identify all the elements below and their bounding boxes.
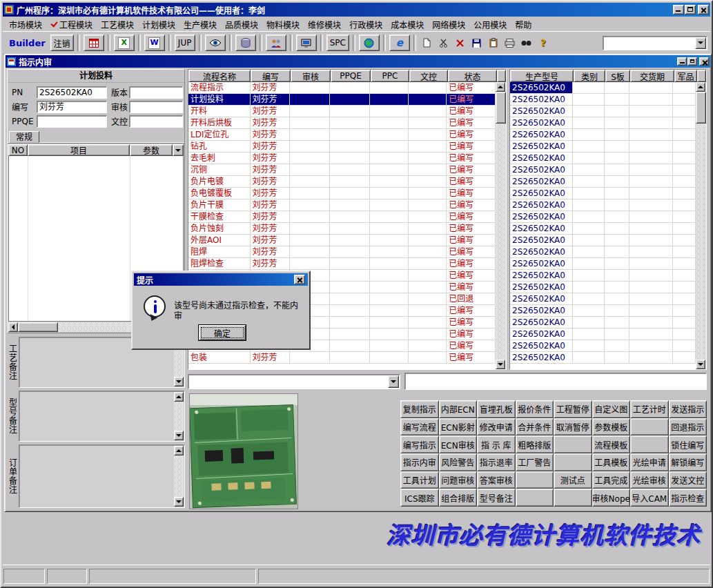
action-button-r6c2[interactable]: 组合排版 <box>439 489 478 507</box>
param-grid-header-2[interactable]: 项目 <box>28 144 130 156</box>
process-row-4[interactable]: 开料后烘板刘芬芳已编写 <box>188 117 496 129</box>
action-button-r2c1[interactable]: 编写流程 <box>400 418 439 436</box>
computer-button[interactable] <box>296 35 317 51</box>
model-row-6[interactable]: 2S26502KA0 <box>510 141 696 153</box>
menu-item-4[interactable]: 计划模块 <box>138 17 179 32</box>
process-col-header-1[interactable]: 流程名称 <box>188 70 251 82</box>
model-row-23[interactable]: 2S26502KA0 <box>510 340 696 352</box>
child-maximize-button[interactable] <box>687 57 697 66</box>
process-col-header-6[interactable]: 文控 <box>409 70 448 82</box>
param-grid-header-3[interactable]: 参数 <box>130 144 173 156</box>
maximize-button[interactable] <box>685 5 696 14</box>
model-row-18[interactable]: 2S26502KA0 <box>510 282 696 293</box>
scroll-left-icon[interactable] <box>8 322 18 332</box>
scrollbar-thumb[interactable] <box>696 92 706 124</box>
menu-item-6[interactable]: 品质模块 <box>221 17 262 32</box>
cut-button[interactable] <box>436 35 451 51</box>
process-row-13[interactable]: 负片蚀刻刘芬芳已编写 <box>188 223 496 235</box>
process-row-8[interactable]: 沉铜刘芬芳已编写 <box>188 164 496 176</box>
menu-item-11[interactable]: 网络模块 <box>428 17 469 32</box>
action-button-r2c3[interactable]: 修改申请 <box>477 418 516 436</box>
action-button-r2c5[interactable]: 取消暂停 <box>554 418 592 436</box>
menu-item-1[interactable]: 市场模块 <box>5 17 46 32</box>
process-row-12[interactable]: 干膜检查刘芬芳已编写 <box>188 211 496 223</box>
action-button-r2c8[interactable]: 回退指示 <box>669 418 707 436</box>
action-button-r3c1[interactable]: 编写指示 <box>400 435 439 453</box>
process-row-24[interactable]: 包装刘芬芳已编写 <box>188 352 496 364</box>
action-button-r1c2[interactable]: 内部ECN <box>439 400 478 418</box>
action-button-r5c3[interactable]: 答案审核 <box>477 471 516 489</box>
model-row-16[interactable]: 2S26502KA0 <box>510 258 696 270</box>
help-button[interactable]: ? <box>536 35 551 51</box>
scroll-down-icon[interactable] <box>496 360 505 369</box>
globe-button[interactable] <box>359 35 380 51</box>
scrollbar-thumb[interactable] <box>18 322 58 332</box>
action-button-r1c5[interactable]: 工程暂停 <box>554 400 592 418</box>
action-button-r5c8[interactable]: 发送文控 <box>669 471 707 489</box>
action-button-r1c7[interactable]: 工艺计时 <box>630 400 669 418</box>
model-col-header-5[interactable]: 军品 <box>674 70 697 82</box>
model-row-22[interactable]: 2S26502KA0 <box>510 329 696 340</box>
action-button-r1c3[interactable]: 盲埋孔板 <box>477 400 516 418</box>
model-col-header-4[interactable]: 交货期 <box>630 70 674 82</box>
process-row-10[interactable]: 负电镀覆板刘芬芳已编写 <box>188 188 496 199</box>
action-button-r1c8[interactable]: 发送指示 <box>669 400 707 418</box>
menu-item-12[interactable]: 公用模块 <box>469 17 511 32</box>
close-button[interactable] <box>698 5 709 14</box>
menu-item-5[interactable]: 生产模块 <box>179 17 221 32</box>
scroll-up-icon[interactable] <box>496 82 505 92</box>
child-minimize-button[interactable] <box>677 57 687 66</box>
model-row-9[interactable]: 2S26502KA0 <box>510 176 696 188</box>
menu-item-3[interactable]: 工艺模块 <box>97 17 138 32</box>
action-button-r5c5[interactable]: 测试点 <box>554 471 592 489</box>
database-button[interactable] <box>235 35 256 51</box>
writer-field[interactable]: 刘芬芳 <box>37 101 107 113</box>
action-button-r2c4[interactable]: 合并条件 <box>516 418 554 436</box>
action-button-r6c8[interactable]: 指示检查 <box>669 489 707 507</box>
action-button-r4c3[interactable]: 指示退率 <box>477 453 516 471</box>
process-row-3[interactable]: 开料刘芬芳已编写 <box>188 106 496 117</box>
model-row-7[interactable]: 2S26502KA0 <box>510 153 696 164</box>
action-button-r6c3[interactable]: 型号备注 <box>477 489 516 507</box>
vertical-scrollbar[interactable] <box>174 392 184 440</box>
toolbar-combobox[interactable] <box>603 36 707 50</box>
action-button-r5c7[interactable]: 光绘审核 <box>630 471 669 489</box>
model-remark-box[interactable] <box>19 391 185 442</box>
process-row-5[interactable]: LDI定位孔刘芬芳已编写 <box>188 129 496 141</box>
action-button-r1c6[interactable]: 自定义图 <box>592 400 631 418</box>
logout-button[interactable]: 注销 <box>50 35 74 51</box>
action-button-r3c2[interactable]: ECN审核 <box>439 435 478 453</box>
chevron-down-icon[interactable] <box>388 375 399 388</box>
browser-button[interactable]: e <box>389 35 410 51</box>
model-row-10[interactable]: 2S26502KA0 <box>510 188 696 199</box>
action-button-r5c6[interactable]: 工具完成 <box>592 471 631 489</box>
save-button[interactable] <box>469 35 485 51</box>
action-button-r3c8[interactable]: 锁住编写 <box>669 435 707 453</box>
menu-item-13[interactable]: 帮助 <box>511 17 536 32</box>
action-button-r5c2[interactable]: 问题审核 <box>439 471 478 489</box>
flow-combobox[interactable] <box>188 374 400 389</box>
process-row-14[interactable]: 外层AOI刘芬芳已编写 <box>188 235 496 246</box>
model-row-8[interactable]: 2S26502KA0 <box>510 164 696 176</box>
paste-button[interactable] <box>486 35 501 51</box>
model-row-24[interactable]: 2S26502KA0 <box>510 352 696 364</box>
preview-button[interactable] <box>205 35 226 51</box>
process-row-1[interactable]: 流程指示刘芬芳已编写 <box>188 82 496 94</box>
ppqe-field[interactable] <box>37 115 107 128</box>
new-doc-button[interactable] <box>420 35 435 51</box>
action-button-r3c3[interactable]: 指 示 库 <box>477 435 516 453</box>
model-col-header-1[interactable]: 生产型号 <box>510 70 574 82</box>
jup-button[interactable]: JUP <box>175 35 195 51</box>
process-row-16[interactable]: 阻焊检查刘芬芳已编写 <box>188 258 496 270</box>
action-button-r3c6[interactable]: 流程模板 <box>592 435 631 453</box>
model-row-21[interactable]: 2S26502KA0 <box>510 317 696 329</box>
version-field[interactable] <box>129 86 183 99</box>
action-button-r4c2[interactable]: 风险警告 <box>439 453 478 471</box>
process-col-header-7[interactable]: 状态 <box>448 70 497 82</box>
action-button-r3c4[interactable]: 粗略排版 <box>516 435 554 453</box>
menu-item-10[interactable]: 成本模块 <box>387 17 428 32</box>
review-field[interactable] <box>129 101 183 113</box>
action-button-r4c7[interactable]: 光绘申请 <box>630 453 669 471</box>
model-col-header-2[interactable]: 类别 <box>574 70 605 82</box>
model-row-20[interactable]: 2S26502KA0 <box>510 305 696 317</box>
